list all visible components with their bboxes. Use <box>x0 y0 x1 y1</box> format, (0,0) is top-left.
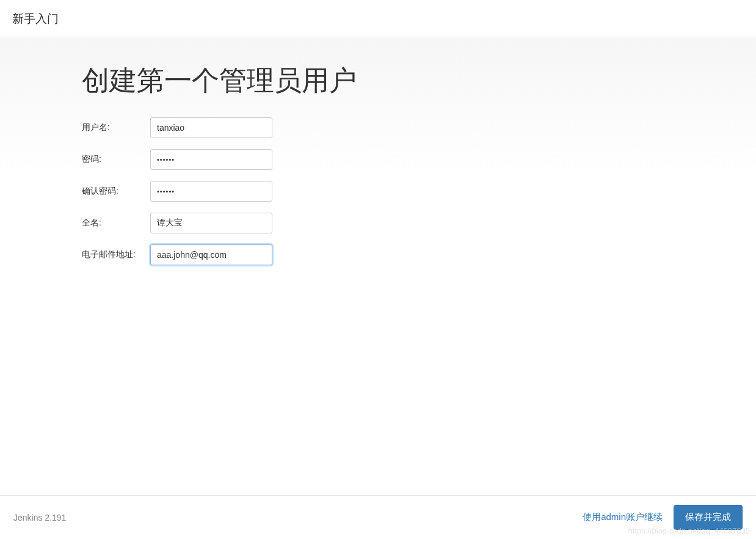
confirm-password-label: 确认密码: <box>82 186 150 197</box>
password-input[interactable] <box>150 149 272 170</box>
fullname-label: 全名: <box>82 218 150 229</box>
header-title: 新手入门 <box>12 11 744 27</box>
continue-as-admin-button[interactable]: 使用admin账户继续 <box>583 512 663 523</box>
password-label: 密码: <box>82 154 150 165</box>
email-label: 电子邮件地址: <box>82 249 150 260</box>
save-and-finish-button[interactable]: 保存并完成 <box>674 505 743 530</box>
fullname-input[interactable] <box>150 213 272 233</box>
footer-actions: 使用admin账户继续 保存并完成 <box>583 505 743 530</box>
email-input[interactable] <box>150 244 272 265</box>
footer: Jenkins 2.191 使用admin账户继续 保存并完成 <box>0 495 756 539</box>
version-text: Jenkins 2.191 <box>13 513 66 522</box>
content-area: 创建第一个管理员用户 用户名: 密码: 确认密码: 全名: 电子邮件地址: <box>0 38 756 496</box>
form-row-username: 用户名: <box>82 117 756 138</box>
header: 新手入门 <box>0 0 756 37</box>
form-row-email: 电子邮件地址: <box>82 244 756 265</box>
page-title: 创建第一个管理员用户 <box>82 62 756 99</box>
form-row-confirm-password: 确认密码: <box>82 181 756 202</box>
username-label: 用户名: <box>82 122 150 133</box>
form-row-fullname: 全名: <box>82 213 756 233</box>
confirm-password-input[interactable] <box>150 181 272 202</box>
username-input[interactable] <box>150 117 272 138</box>
form-row-password: 密码: <box>82 149 756 170</box>
